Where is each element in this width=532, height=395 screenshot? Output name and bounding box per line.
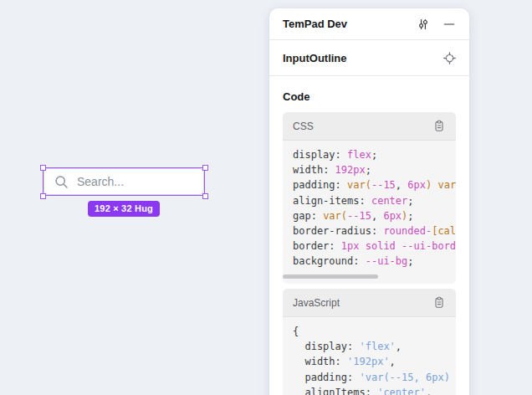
javascript-code-body[interactable]: { display: 'flex', width: '192px', paddi… bbox=[283, 317, 456, 395]
tempad-dev-panel: TemPad Dev InputOutline bbox=[269, 8, 469, 395]
minimize-icon[interactable] bbox=[442, 18, 456, 31]
search-input-component[interactable]: Search... bbox=[43, 168, 204, 195]
css-code-body[interactable]: display: flex;width: 192px;padding: var(… bbox=[283, 141, 456, 269]
selected-component-row: InputOutline bbox=[269, 40, 469, 76]
locate-target-icon[interactable] bbox=[442, 51, 456, 64]
size-badge: 192 × 32 Hug bbox=[88, 201, 160, 217]
copy-clipboard-icon[interactable] bbox=[432, 120, 446, 133]
javascript-code-block: JavaScript { display: 'flex', width: '19… bbox=[283, 289, 456, 395]
component-name: InputOutline bbox=[283, 52, 442, 64]
css-block-header: CSS bbox=[283, 112, 456, 141]
horizontal-scrollbar-thumb[interactable] bbox=[283, 274, 378, 279]
search-icon bbox=[54, 175, 69, 189]
search-placeholder: Search... bbox=[77, 175, 124, 188]
css-code-block: CSS display: flex;width: 192px;padding: … bbox=[283, 112, 456, 284]
panel-header: TemPad Dev bbox=[269, 8, 469, 40]
copy-clipboard-icon[interactable] bbox=[432, 296, 446, 310]
javascript-block-label: JavaScript bbox=[293, 297, 432, 309]
settings-sliders-icon[interactable] bbox=[417, 18, 430, 31]
selection-handle-bottom-right[interactable] bbox=[202, 193, 208, 199]
javascript-block-header: JavaScript bbox=[283, 289, 456, 317]
panel-title: TemPad Dev bbox=[283, 18, 417, 30]
css-block-label: CSS bbox=[293, 121, 432, 132]
code-section-title: Code bbox=[269, 76, 469, 112]
